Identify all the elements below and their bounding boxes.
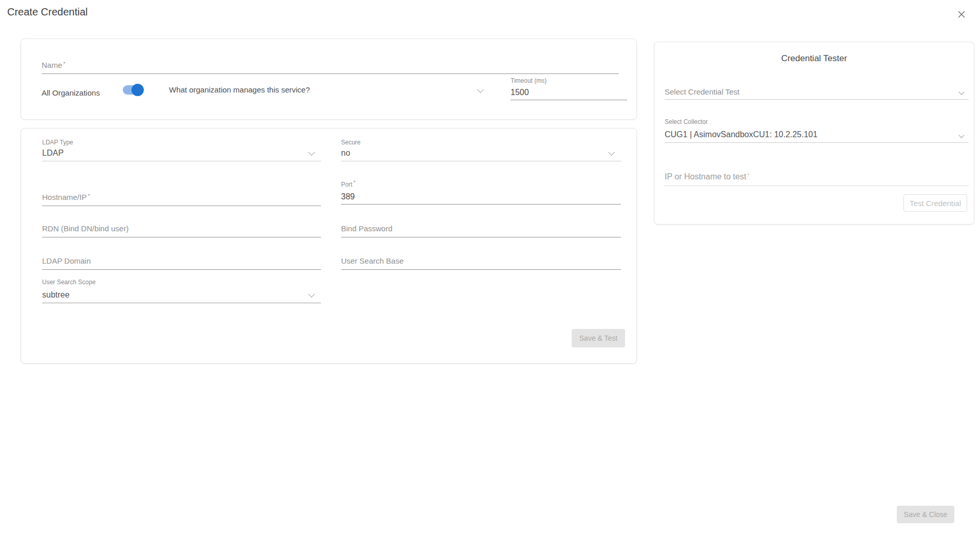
ldap-settings-card: LDAP Type LDAP Secure no Hostname/IP* Po… (21, 128, 637, 364)
user-search-scope-value: subtree (42, 290, 69, 300)
select-credential-test-placeholder: Select Credential Test (665, 87, 740, 96)
all-organizations-toggle[interactable] (123, 85, 142, 95)
credential-tester-title: Credential Tester (654, 53, 974, 64)
required-asterisk: * (746, 172, 749, 178)
name-input[interactable]: Name* (42, 58, 619, 74)
organization-select-placeholder: What organization manages this service? (169, 85, 310, 94)
user-search-scope-label: User Search Scope (42, 279, 96, 286)
hostname-input[interactable]: Hostname/IP* (42, 180, 321, 206)
select-collector-label: Select Collector (665, 118, 708, 125)
chevron-down-icon (308, 149, 315, 156)
page-title: Create Credential (7, 6, 88, 18)
ldap-type-value: LDAP (42, 149, 64, 158)
required-asterisk: * (87, 193, 90, 199)
test-credential-button[interactable]: Test Credential (903, 194, 967, 212)
ip-hostname-to-test-input[interactable]: IP or Hostname to test* (665, 168, 969, 186)
hostname-placeholder: Hostname/IP* (42, 193, 90, 201)
required-asterisk: * (62, 61, 65, 67)
select-credential-test-select[interactable]: Select Credential Test (665, 82, 969, 100)
ldap-type-select[interactable]: LDAP (42, 148, 321, 161)
save-and-test-button[interactable]: Save & Test (572, 329, 625, 347)
credential-tester-card: Credential Tester Select Credential Test… (654, 42, 974, 225)
select-collector-value: CUG1 | AsimovSandboxCU1: 10.2.25.101 (665, 130, 818, 139)
required-asterisk: * (352, 180, 355, 186)
timeout-input[interactable] (511, 85, 627, 100)
user-search-base-input[interactable]: User Search Base (341, 244, 621, 270)
rdn-input[interactable]: RDN (Bind DN/bind user) (42, 212, 321, 237)
bind-password-input[interactable]: Bind Password (341, 212, 621, 237)
close-x-glyph (957, 10, 966, 19)
port-label: Port* (341, 180, 355, 188)
close-icon[interactable] (953, 6, 970, 23)
save-and-close-button[interactable]: Save & Close (897, 506, 954, 523)
general-settings-card: Name* All Organizations What organizatio… (21, 39, 637, 120)
toggle-knob (131, 84, 144, 96)
bind-password-placeholder: Bind Password (341, 224, 392, 233)
select-collector-select[interactable]: CUG1 | AsimovSandboxCU1: 10.2.25.101 (665, 127, 969, 143)
ldap-domain-input[interactable]: LDAP Domain (42, 244, 321, 270)
ldap-domain-placeholder: LDAP Domain (42, 256, 91, 265)
user-search-base-placeholder: User Search Base (341, 256, 404, 265)
secure-label: Secure (341, 139, 361, 146)
chevron-down-icon (608, 149, 615, 156)
user-search-scope-select[interactable]: subtree (42, 289, 321, 303)
secure-value: no (341, 149, 350, 158)
port-input[interactable] (341, 189, 621, 205)
organization-select[interactable]: What organization manages this service? (169, 82, 490, 98)
chevron-down-icon (308, 291, 315, 298)
rdn-placeholder: RDN (Bind DN/bind user) (42, 224, 128, 233)
chevron-down-icon (958, 89, 964, 95)
name-placeholder: Name* (42, 61, 65, 69)
all-organizations-label: All Organizations (42, 88, 100, 97)
ip-hostname-placeholder: IP or Hostname to test* (665, 172, 749, 181)
chevron-down-icon (958, 132, 964, 138)
chevron-down-icon (477, 86, 484, 93)
secure-select[interactable]: no (341, 148, 621, 161)
timeout-label: Timeout (ms) (511, 77, 546, 84)
ldap-type-label: LDAP Type (42, 139, 73, 146)
